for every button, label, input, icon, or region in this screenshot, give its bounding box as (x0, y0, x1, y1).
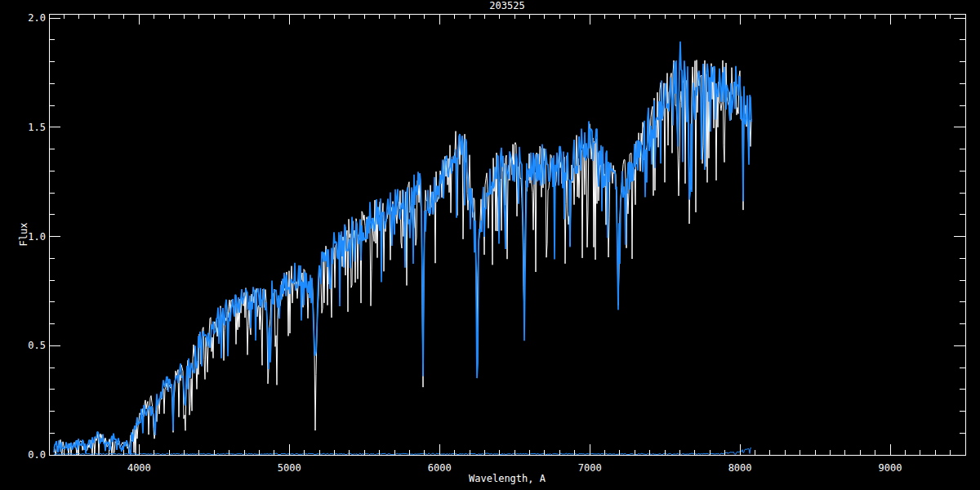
y-axis-label: Flux (18, 223, 29, 247)
x-tick-label: 9000 (879, 462, 902, 474)
y-tick-label: 2.0 (28, 12, 46, 24)
y-tick-label: 1.0 (28, 231, 46, 243)
x-tick-label: 4000 (127, 462, 151, 474)
x-axis-label: Wavelength, A (469, 473, 546, 484)
x-tick-label: 6000 (428, 462, 452, 474)
spectrum-plot-window: 4000500060007000800090000.00.51.01.52.0 … (0, 0, 980, 490)
x-tick-label: 8000 (728, 462, 752, 474)
y-tick-label: 0.5 (28, 340, 46, 351)
y-tick-label: 0.0 (28, 449, 46, 461)
spectrum-chart: 4000500060007000800090000.00.51.01.52.0 … (0, 0, 980, 490)
y-tick-label: 1.5 (28, 122, 46, 133)
x-tick-label: 5000 (278, 462, 301, 474)
x-tick-label: 7000 (578, 462, 602, 474)
plot-background (0, 0, 980, 490)
plot-title: 203525 (489, 0, 524, 11)
